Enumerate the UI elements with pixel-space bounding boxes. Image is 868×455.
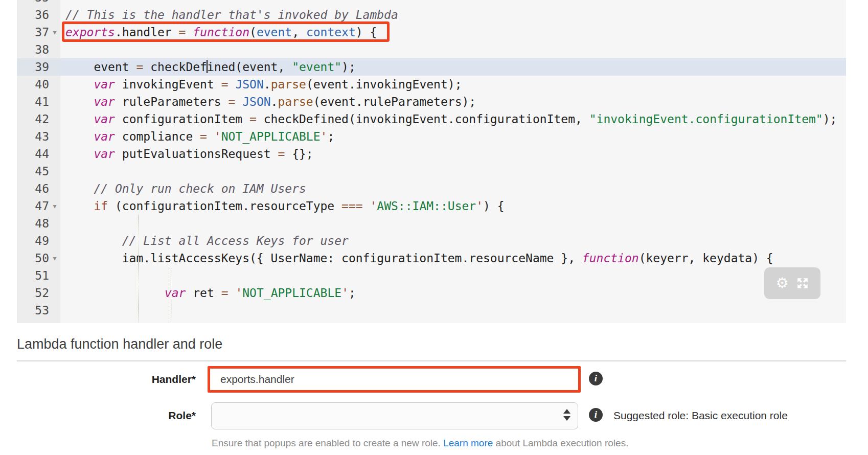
line-number[interactable]: 53 <box>17 302 60 319</box>
code-token: ; <box>327 130 334 143</box>
line-number[interactable]: 45 <box>17 163 60 180</box>
code-line[interactable] <box>60 215 846 232</box>
code-token: NOT_APPLICABLE <box>221 130 321 143</box>
code-line[interactable]: var invokingEvent = JSON.parse(event.inv… <box>60 76 846 93</box>
code-token: ined(event, <box>207 60 292 74</box>
handler-info-icon[interactable]: i <box>589 372 603 385</box>
code-token: function <box>582 252 639 265</box>
code-token <box>65 112 94 126</box>
role-info-icon[interactable]: i <box>589 408 603 422</box>
line-number[interactable]: 39 <box>17 58 60 76</box>
code-line[interactable]: var ruleParameters = JSON.parse(event.ru… <box>60 93 846 110</box>
line-number[interactable] <box>17 319 60 323</box>
line-number[interactable]: 36 <box>17 6 60 24</box>
code-token: "event" <box>292 60 341 74</box>
code-line[interactable]: var compliance = 'NOT_APPLICABLE'; <box>60 128 846 145</box>
code-line[interactable]: event = checkDefined(event, "event"); <box>60 58 846 76</box>
code-token: // This is the handler that's invoked by… <box>65 8 398 21</box>
code-token: = <box>179 26 186 39</box>
code-line[interactable] <box>60 163 846 180</box>
code-token: if <box>94 199 108 213</box>
code-line[interactable] <box>60 319 846 323</box>
line-number[interactable]: 38 <box>17 41 60 58</box>
code-token: === <box>341 199 363 213</box>
line-number[interactable]: 35 <box>17 0 60 6</box>
editor-code-area[interactable]: // This is the handler that's invoked by… <box>60 0 846 323</box>
code-token: checkDef <box>143 60 207 74</box>
code-line[interactable]: var putEvaluationsRequest = {}; <box>60 145 846 163</box>
code-line[interactable]: exports.handler = function(event, contex… <box>60 24 846 41</box>
code-token: putEvaluationsRequest <box>115 147 278 161</box>
code-line[interactable] <box>60 41 846 58</box>
line-number[interactable]: 50▾ <box>17 249 60 267</box>
fold-arrow-icon[interactable]: ▾ <box>50 249 59 267</box>
code-token: "invokingEvent.configurationItem" <box>589 112 823 126</box>
line-number[interactable]: 52 <box>17 284 60 302</box>
code-token: = <box>200 130 207 143</box>
code-line[interactable] <box>60 0 846 6</box>
line-number[interactable]: 37▾ <box>17 24 60 41</box>
code-editor[interactable]: 353637▾38394041424344454647▾484950▾51525… <box>17 0 846 323</box>
code-token: ' <box>370 199 377 213</box>
fold-arrow-icon[interactable]: ▾ <box>50 197 59 215</box>
code-token <box>229 286 236 300</box>
code-token: = <box>229 95 236 108</box>
code-token <box>65 286 165 300</box>
code-token: parse <box>278 95 313 108</box>
line-number[interactable]: 49 <box>17 232 60 249</box>
editor-gutter[interactable]: 353637▾38394041424344454647▾484950▾51525… <box>17 0 60 323</box>
code-line[interactable]: // This is the handler that's invoked by… <box>60 6 846 24</box>
code-token: function <box>193 26 249 39</box>
line-number[interactable]: 43 <box>17 128 60 145</box>
code-token <box>186 26 193 39</box>
code-token: ret <box>186 286 221 300</box>
line-number[interactable]: 40 <box>17 76 60 93</box>
code-token: var <box>94 130 115 143</box>
editor-fullscreen-icon[interactable] <box>796 277 809 290</box>
line-number[interactable]: 42 <box>17 110 60 128</box>
code-line[interactable]: // Only run check on IAM Users <box>60 180 846 197</box>
code-token <box>229 78 236 91</box>
line-number[interactable]: 41 <box>17 93 60 110</box>
code-token <box>363 199 370 213</box>
code-line[interactable]: var configurationItem = checkDefined(inv… <box>60 110 846 128</box>
learn-more-link[interactable]: Learn more <box>443 438 493 448</box>
role-select[interactable] <box>211 402 578 429</box>
code-token: ' <box>321 130 328 143</box>
fold-arrow-icon[interactable]: ▾ <box>50 24 59 41</box>
code-token: var <box>94 147 115 161</box>
code-token: AWS::IAM::User <box>377 199 476 213</box>
code-token: = <box>221 78 229 91</box>
suggested-role-text: Suggested role: Basic execution role <box>613 410 788 422</box>
code-token: = <box>249 112 257 126</box>
code-token: = <box>221 286 229 300</box>
code-line[interactable] <box>60 267 846 284</box>
code-token: . <box>264 78 271 91</box>
code-token: var <box>94 78 115 91</box>
code-token: (configurationItem.resourceType <box>108 199 341 213</box>
line-number[interactable]: 47▾ <box>17 197 60 215</box>
code-token: JSON <box>235 78 263 91</box>
handler-label: Handler* <box>77 373 196 385</box>
code-token: ( <box>249 26 257 39</box>
handler-input[interactable] <box>208 366 581 393</box>
code-token: JSON <box>242 95 270 108</box>
code-token: compliance <box>115 130 200 143</box>
code-token: ' <box>341 286 349 300</box>
code-line[interactable]: iam.listAccessKeys({ UserName: configura… <box>60 249 846 267</box>
code-line[interactable]: if (configurationItem.resourceType === '… <box>60 197 846 215</box>
indent-guide <box>169 267 169 323</box>
line-number[interactable]: 46 <box>17 180 60 197</box>
code-token: var <box>94 95 115 108</box>
code-line[interactable]: // List all Access Keys for user <box>60 232 846 249</box>
line-number[interactable]: 48 <box>17 215 60 232</box>
code-line[interactable] <box>60 302 846 319</box>
code-token: context <box>306 26 356 39</box>
editor-settings-gear-icon[interactable]: ⚙ <box>775 276 788 290</box>
select-spinner-icon <box>563 409 570 421</box>
line-number[interactable]: 51 <box>17 267 60 284</box>
code-line[interactable]: var ret = 'NOT_APPLICABLE'; <box>60 284 846 302</box>
line-number[interactable]: 44 <box>17 145 60 163</box>
code-token: {}; <box>285 147 313 161</box>
code-token: event <box>65 60 136 74</box>
